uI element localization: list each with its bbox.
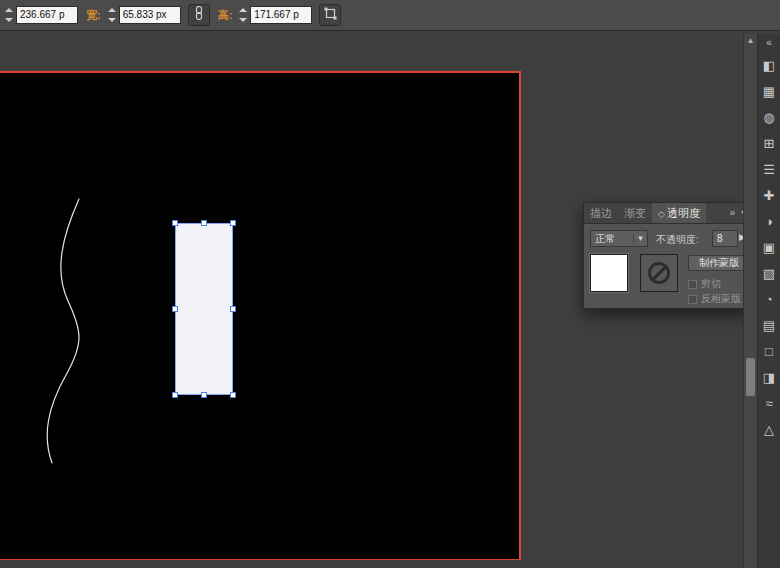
selection-handle-bottom-center[interactable] bbox=[201, 392, 207, 398]
object-thumbnail[interactable] bbox=[590, 254, 628, 292]
clip-checkbox-box[interactable] bbox=[688, 280, 697, 289]
opacity-input[interactable]: 8 bbox=[712, 230, 738, 247]
vertical-scrollbar[interactable]: ▲ bbox=[743, 34, 757, 568]
transparency-panel: 描边 渐变 ◇透明度 » ▾≡ 正常 ▼ 不透明度: 8 ▶ 制作蒙版 剪切 反… bbox=[583, 202, 757, 309]
color-panel-icon[interactable]: ◧ bbox=[759, 55, 779, 75]
panel-body: 正常 ▼ 不透明度: 8 ▶ 制作蒙版 剪切 反相蒙版 bbox=[584, 224, 756, 308]
selection-handle-top-right[interactable] bbox=[230, 220, 236, 226]
selection-handle-mid-right[interactable] bbox=[230, 306, 236, 312]
swatches-panel-icon[interactable]: ◍ bbox=[759, 107, 779, 127]
control-bar: 236.667 p 宽: 65.833 px 高: 171.667 p bbox=[0, 0, 780, 31]
width-label: 宽: bbox=[86, 8, 101, 23]
panel-tab-bar: 描边 渐变 ◇透明度 » ▾≡ bbox=[584, 203, 756, 224]
height-stepper[interactable] bbox=[239, 8, 248, 22]
gradient-panel-icon[interactable]: ◑ bbox=[759, 211, 779, 231]
clip-checkbox-label: 剪切 bbox=[701, 277, 721, 291]
selection-handle-mid-left[interactable] bbox=[172, 306, 178, 312]
selection-handle-bottom-left[interactable] bbox=[172, 392, 178, 398]
blend-mode-dropdown[interactable]: 正常 ▼ bbox=[590, 230, 648, 247]
pathfinder-panel-icon[interactable]: ≈ bbox=[759, 393, 779, 413]
make-mask-button[interactable]: 制作蒙版 bbox=[688, 255, 750, 271]
brushes-panel-icon[interactable]: ⊞ bbox=[759, 133, 779, 153]
transparency-panel-icon[interactable]: ▣ bbox=[759, 237, 779, 257]
layers-panel-icon[interactable]: ▤ bbox=[759, 315, 779, 335]
blend-mode-value: 正常 bbox=[591, 232, 633, 246]
invert-mask-checkbox-box[interactable] bbox=[688, 295, 697, 304]
no-mask-icon bbox=[648, 262, 670, 284]
selection-handle-top-left[interactable] bbox=[172, 220, 178, 226]
selection-handle-top-center[interactable] bbox=[201, 220, 207, 226]
dock-expand-icon[interactable]: « bbox=[766, 34, 772, 52]
invert-mask-checkbox-label: 反相蒙版 bbox=[701, 292, 741, 306]
x-input[interactable]: 236.667 p bbox=[16, 6, 78, 24]
tab-transparency[interactable]: ◇透明度 bbox=[652, 203, 706, 223]
dropdown-arrow-icon: ▼ bbox=[633, 234, 647, 243]
height-input[interactable]: 171.667 p bbox=[250, 6, 312, 24]
appearance-panel-icon[interactable]: ▧ bbox=[759, 263, 779, 283]
tab-diamond-icon: ◇ bbox=[658, 209, 665, 219]
chain-link-icon bbox=[193, 6, 205, 24]
panel-dock: « ◧ ▦ ◍ ⊞ ☰ ✚ ◑ ▣ ▧ ◔ ▤ □ ◨ ≈ △ bbox=[757, 34, 780, 568]
graphic-styles-panel-icon[interactable]: ◔ bbox=[759, 289, 779, 309]
opacity-label: 不透明度: bbox=[656, 233, 699, 247]
transform-icon bbox=[324, 6, 337, 24]
height-label: 高: bbox=[218, 8, 233, 23]
scrollbar-thumb[interactable] bbox=[746, 358, 755, 396]
stroke-panel-icon[interactable]: ✚ bbox=[759, 185, 779, 205]
selection-handle-bottom-right[interactable] bbox=[230, 392, 236, 398]
width-input[interactable]: 65.833 px bbox=[119, 6, 181, 24]
transform-panel-icon[interactable]: △ bbox=[759, 419, 779, 439]
tab-gradient[interactable]: 渐变 bbox=[618, 203, 652, 223]
artboard-canvas[interactable] bbox=[0, 71, 521, 560]
tab-stroke[interactable]: 描边 bbox=[584, 203, 618, 223]
transform-options-button[interactable] bbox=[319, 4, 341, 26]
align-panel-icon[interactable]: ◨ bbox=[759, 367, 779, 387]
scroll-up-icon[interactable]: ▲ bbox=[744, 36, 757, 45]
artboards-panel-icon[interactable]: □ bbox=[759, 341, 779, 361]
selected-rectangle-object[interactable] bbox=[175, 223, 233, 395]
mask-thumbnail[interactable] bbox=[640, 254, 678, 292]
curve-path-object[interactable] bbox=[0, 73, 517, 559]
symbols-panel-icon[interactable]: ☰ bbox=[759, 159, 779, 179]
invert-mask-checkbox[interactable]: 反相蒙版 bbox=[688, 292, 741, 306]
width-stepper[interactable] bbox=[108, 8, 117, 22]
color-guide-panel-icon[interactable]: ▦ bbox=[759, 81, 779, 101]
clip-checkbox[interactable]: 剪切 bbox=[688, 277, 721, 291]
panel-collapse-icon[interactable]: » bbox=[728, 203, 740, 223]
constrain-proportions-button[interactable] bbox=[188, 4, 210, 26]
x-stepper[interactable] bbox=[5, 8, 14, 22]
